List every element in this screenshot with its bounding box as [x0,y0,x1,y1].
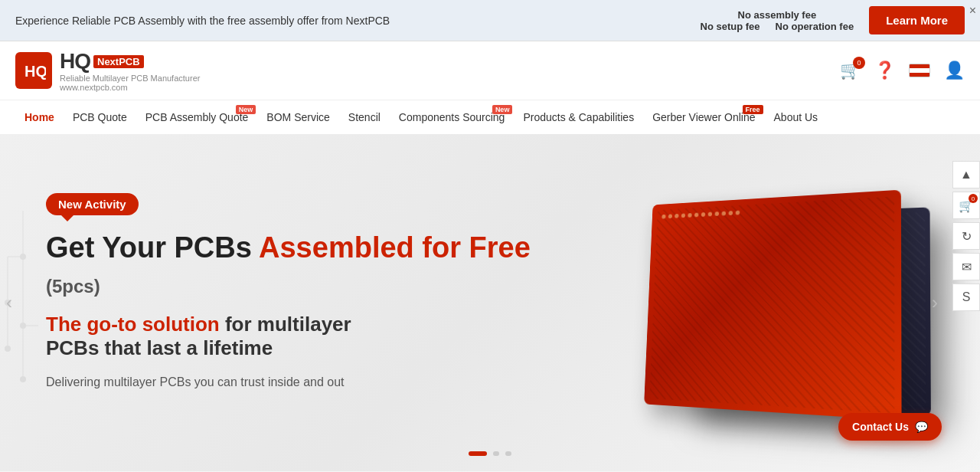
nav-item-pcb-quote[interactable]: PCB Quote [64,100,136,134]
carousel-dots [469,451,511,456]
logo-nextpcb: NextPCB [93,55,144,68]
cart-badge: 0 [853,57,865,69]
scroll-left-arrow[interactable]: ‹ [6,292,12,313]
logo-text-area: HQ NextPCB Reliable Multilayer PCB Manuf… [60,49,200,92]
learn-more-button[interactable]: Learn More [869,6,965,34]
floating-sidebar: ▲ 🛒 0 ↻ ✉ S [952,161,980,311]
nav-item-stencil[interactable]: Stencil [339,100,390,134]
cart-icon-wrap[interactable]: 🛒 0 [840,61,861,80]
hero-subtitle-dark-1: for multilayer [220,313,351,336]
svg-text:HQ: HQ [24,63,46,80]
float-s-button[interactable]: S [952,284,980,311]
logo-brand: HQ NextPCB [60,49,200,74]
hero-title-red: Assembled for Free [259,231,531,264]
scroll-top-button[interactable]: ▲ [952,161,980,188]
nav-item-home[interactable]: Home [15,100,64,134]
float-refresh-button[interactable]: ↻ [952,222,980,250]
nav-item-products---capabilities[interactable]: Products & Capabilities [514,100,643,134]
logo-tagline: Reliable Multilayer PCB Manufacturer [60,74,200,83]
hero-title-small: (5pcs) [46,276,100,297]
float-mail-button[interactable]: ✉ [952,253,980,280]
header-icons: 🛒 0 ❓ 👤 [840,61,965,80]
pcb-dots-red [655,202,889,407]
hero-subtitle: The go-to solution for multilayer PCBs t… [46,313,544,360]
user-icon: 👤 [944,61,965,80]
logo-icon[interactable]: HQ [15,52,52,89]
nav-badge-free: Free [743,105,763,114]
float-s-icon: S [962,290,971,304]
hero-section: New Activity Get Your PCBs Assembled for… [0,134,980,471]
logo-url: www.nextpcb.com [60,83,200,92]
user-icon-wrap[interactable]: 👤 [944,61,965,80]
logo-hq: HQ [60,49,90,74]
offer2-text: No setup fee [701,21,760,32]
svg-point-13 [5,346,11,352]
contact-us-icon: 💬 [915,421,928,433]
circuit-decoration [0,211,46,441]
nav-item-components-sourcing[interactable]: Components SourcingNew [390,100,514,134]
hero-subtitle-red: The go-to solution [46,313,220,336]
scroll-right-arrow[interactable]: › [932,292,938,313]
pcb-board-red [644,190,901,421]
float-cart-button[interactable]: 🛒 0 [952,192,980,219]
carousel-dot-3[interactable] [505,451,511,456]
svg-point-11 [20,376,26,382]
nav-item-bom-service[interactable]: BOM Service [257,100,338,134]
hero-subtitle-line1: The go-to solution for multilayer [46,313,544,336]
nav-item-about-us[interactable]: About Us [765,100,828,134]
contact-us-label: Contact Us [852,421,909,433]
nav-item-gerber-viewer-online[interactable]: Gerber Viewer OnlineFree [643,100,764,134]
activity-badge: New Activity [46,193,139,215]
banner-offers: No assembly fee No setup fee No operatio… [701,9,854,32]
hero-title: Get Your PCBs Assembled for Free (5pcs) [46,231,544,300]
scroll-top-icon: ▲ [960,168,972,182]
logo-area: HQ HQ NextPCB Reliable Multilayer PCB Ma… [15,49,200,92]
help-icon: ❓ [874,61,895,80]
offer1: No assembly fee [701,9,854,21]
nav-badge-new: New [236,105,256,114]
hero-content: New Activity Get Your PCBs Assembled for… [46,193,544,412]
hero-description: Delivering multilayer PCBs you can trust… [46,375,544,389]
offer2: No setup fee No operation fee [701,21,854,32]
carousel-dot-2[interactable] [493,451,499,456]
offer3-text: No operation fee [776,21,854,32]
close-banner-button[interactable]: × [969,4,976,18]
banner-text: Experience Reliable PCB Assembly with th… [15,15,390,27]
banner-right: No assembly fee No setup fee No operatio… [701,6,965,34]
carousel-dot-active[interactable] [469,451,487,456]
float-cart-badge: 0 [969,194,978,203]
hero-title-part1: Get Your PCBs [46,231,259,264]
language-icon-wrap[interactable] [909,64,930,77]
help-icon-wrap[interactable]: ❓ [874,61,895,80]
pcb-graphic [620,157,942,448]
navigation: HomePCB QuotePCB Assembly QuoteNewBOM Se… [0,100,980,134]
top-banner: Experience Reliable PCB Assembly with th… [0,0,980,41]
contact-us-button[interactable]: Contact Us 💬 [838,413,942,441]
nav-badge-new: New [492,105,513,114]
flag-icon [909,64,930,77]
header: HQ HQ NextPCB Reliable Multilayer PCB Ma… [0,41,980,100]
nav-item-pcb-assembly-quote[interactable]: PCB Assembly QuoteNew [136,100,258,134]
float-mail-icon: ✉ [962,260,972,274]
float-refresh-icon: ↻ [962,229,972,244]
hero-subtitle-line2: PCBs that last a lifetime [46,336,544,360]
